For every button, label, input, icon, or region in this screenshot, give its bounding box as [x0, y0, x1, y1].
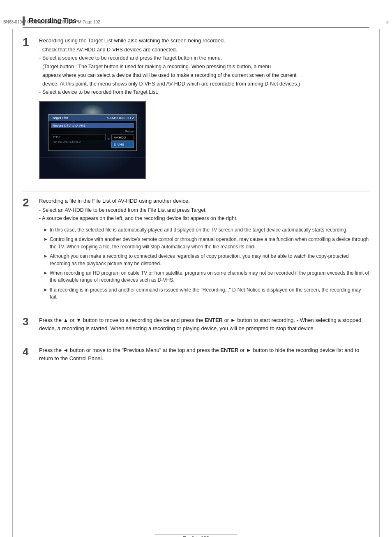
step-4-text: Press the ◄ button or move to the "Previ…	[39, 346, 369, 363]
enter-bold-2: ENTER	[220, 347, 238, 353]
note-text-3: Although you can make a recording to con…	[50, 253, 369, 267]
panel-header: Target List SAMSUNG DTV	[48, 115, 136, 121]
record-label: Record DTV to D-VHS	[51, 123, 134, 128]
source-device: DTV Life On Venus Avenue	[51, 134, 106, 144]
enter-bold-1: ENTER	[205, 317, 223, 323]
footer-line	[155, 534, 237, 535]
border-right	[379, 29, 380, 537]
source-label: DTV	[51, 134, 106, 140]
file-info: BN68-01047X-00Eng.qxd 8/29/06 2:02 PM Pa…	[3, 20, 100, 24]
step-2: 2 Recording a file in the File List of A…	[23, 196, 369, 311]
step-1-sub-1: - Check that the AV-HDD and D-VHS device…	[39, 46, 369, 54]
main-content: Recording Tips 1 Recording using the Tar…	[23, 16, 369, 371]
note-arrow-3: ➤	[43, 253, 47, 259]
step-4-number: 4	[23, 346, 39, 364]
step-3-text: Press the ▲ or ▼ button to move to a rec…	[39, 316, 369, 333]
step-4-content: Press the ◄ button or move to the "Previ…	[39, 345, 369, 364]
step-1-sub-2: - Select a source device to be recorded …	[39, 54, 369, 62]
overlay-panel: Target List SAMSUNG DTV Record DTV to D-…	[48, 114, 137, 151]
note-text-5: If a recording is in process and another…	[50, 287, 369, 301]
note-2: ➤ Controlling a device with another devi…	[43, 236, 369, 250]
step-1-content: Recording using the Target List while al…	[39, 36, 369, 184]
step-2-sub-1: - Select an AV-HDD file to be recorded f…	[39, 206, 369, 214]
step-3: 3 Press the ▲ or ▼ button to move to a r…	[23, 315, 369, 341]
step-4: 4 Press the ◄ button or move to the "Pre…	[23, 345, 369, 371]
note-3: ➤ Although you can make a recording to c…	[43, 253, 369, 267]
header-page-mark: ⊕	[385, 20, 389, 24]
border-left	[12, 29, 13, 537]
step-2-content: Recording a file in the File List of AV-…	[39, 196, 369, 303]
options-panel: Return AV-HDD D-VHS	[111, 130, 134, 148]
note-4: ➤ When recording an HD program on cable …	[43, 270, 369, 284]
step-2-sub-2: - A source device appears on the left, a…	[39, 215, 369, 222]
option-av-hdd: AV-HDD	[111, 134, 134, 141]
page-container: BN68-01047X-00Eng.qxd 8/29/06 2:02 PM Pa…	[0, 16, 392, 537]
footer-text: English-102	[183, 535, 209, 537]
note-text-2: Controlling a device with another device…	[50, 236, 369, 250]
panel-body: Record DTV to D-VHS DTV Life On Venus Av…	[48, 121, 136, 150]
step-3-content: Press the ▲ or ▼ button to move to a rec…	[39, 315, 369, 334]
step-3-number: 3	[23, 316, 39, 334]
source-subtitle: Life On Venus Avenue	[51, 140, 106, 144]
note-text-1: In this case, the selected file is autom…	[50, 227, 348, 234]
step-1-number: 1	[23, 37, 39, 184]
panel-header-right: SAMSUNG DTV	[107, 116, 134, 120]
return-btn: Return	[111, 130, 134, 133]
panel-arrow: »	[106, 137, 111, 141]
step-2-number: 2	[23, 197, 39, 303]
step-2-main: Recording a file in the File List of AV-…	[39, 197, 369, 205]
footer: English-102	[0, 532, 392, 537]
header-bar: BN68-01047X-00Eng.qxd 8/29/06 2:02 PM Pa…	[3, 20, 389, 24]
note-text-4: When recording an HD program on cable TV…	[50, 270, 369, 284]
note-1: ➤ In this case, the selected file is aut…	[43, 227, 369, 234]
note-arrow-1: ➤	[43, 227, 47, 233]
step-1-sub-6: - Select a device to be recorded from th…	[39, 88, 369, 96]
tv-screenshot: Target List SAMSUNG DTV Record DTV to D-…	[39, 101, 146, 179]
note-arrow-2: ➤	[43, 236, 47, 242]
step-1-sub-3: (Target button : The Target button is us…	[42, 63, 369, 71]
step-1-sub-5: device. At this point, the menu shows on…	[42, 80, 369, 88]
option-dvhs: D-VHS	[111, 141, 134, 148]
note-5: ➤ If a recording is in process and anoth…	[43, 287, 369, 301]
note-arrow-5: ➤	[43, 287, 47, 293]
step-1-main: Recording using the Target List while al…	[39, 37, 369, 45]
note-arrow-4: ➤	[43, 270, 47, 276]
panel-header-left: Target List	[51, 116, 68, 120]
panel-row: DTV Life On Venus Avenue » Return AV-HDD…	[51, 130, 134, 148]
step-1: 1 Recording using the Target List while …	[23, 36, 369, 192]
tv-bg: Target List SAMSUNG DTV Record DTV to D-…	[40, 102, 145, 178]
step-1-sub-4: appears where you can select a device th…	[42, 72, 369, 79]
